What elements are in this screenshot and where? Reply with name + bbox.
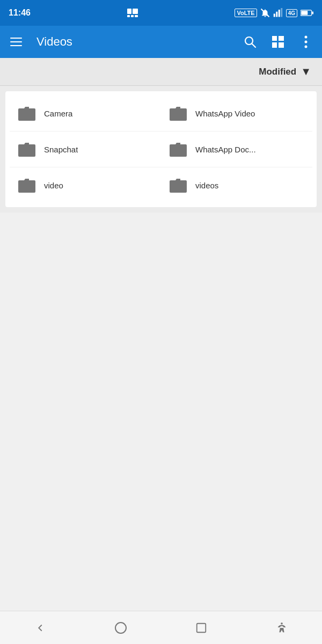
svg-rect-11 — [301, 11, 308, 15]
folder-name: videos — [195, 181, 218, 190]
folder-item-snapchat[interactable]: Snapchat — [10, 131, 161, 167]
page-title: Videos — [36, 35, 234, 49]
folder-name: WhatsApp Doc... — [195, 145, 256, 154]
svg-point-21 — [305, 46, 308, 48]
status-time: 11:46 — [9, 8, 31, 18]
volte-indicator: VoLTE — [235, 9, 257, 17]
home-button[interactable] — [107, 614, 134, 641]
folder-item-whatsapp-video[interactable]: WhatsApp Video — [161, 96, 312, 131]
folder-name: Camera — [44, 109, 72, 118]
toolbar: Videos — [0, 26, 322, 58]
accessibility-button[interactable] — [268, 614, 295, 641]
sort-label: Modified — [259, 67, 296, 77]
svg-point-24 — [281, 622, 283, 624]
folder-item-videos[interactable]: videos — [161, 167, 312, 203]
svg-rect-17 — [272, 42, 277, 48]
grid-view-icon — [272, 36, 284, 48]
status-icons: VoLTE 4G — [235, 8, 313, 18]
folder-icon — [17, 141, 36, 157]
status-bar: 11:46 VoLTE 4G — [0, 0, 322, 26]
folder-item-video[interactable]: video — [10, 167, 161, 203]
folder-name: Snapchat — [44, 145, 78, 154]
notification-mute-icon — [260, 8, 270, 18]
svg-rect-9 — [281, 8, 282, 17]
folder-grid: Camera WhatsApp Video Snapchat — [5, 91, 317, 207]
hamburger-icon — [10, 38, 22, 46]
svg-point-20 — [305, 41, 308, 43]
folder-name: video — [44, 181, 63, 190]
bottom-nav — [0, 611, 322, 644]
more-options-icon — [304, 35, 308, 48]
svg-rect-1 — [133, 9, 138, 14]
svg-rect-18 — [279, 42, 284, 48]
recents-button[interactable] — [188, 614, 215, 641]
home-icon — [114, 621, 127, 634]
accessibility-icon — [276, 622, 288, 634]
svg-rect-0 — [127, 9, 131, 14]
grid-view-button[interactable] — [266, 30, 290, 54]
svg-rect-12 — [312, 11, 313, 14]
svg-rect-8 — [278, 10, 280, 17]
folder-icon — [17, 105, 36, 121]
more-options-button[interactable] — [294, 30, 318, 54]
back-icon — [34, 622, 46, 634]
folder-icon — [17, 177, 36, 193]
folder-icon — [169, 177, 188, 193]
folder-icon — [169, 105, 188, 121]
svg-line-14 — [252, 44, 256, 48]
svg-rect-7 — [276, 12, 277, 17]
recents-icon — [195, 622, 207, 634]
back-button[interactable] — [27, 614, 54, 641]
sort-chevron-icon: ▼ — [301, 65, 311, 78]
svg-rect-15 — [272, 36, 277, 41]
svg-point-22 — [115, 623, 126, 633]
folder-icon — [169, 141, 188, 157]
signal-icon — [273, 8, 283, 18]
svg-rect-4 — [135, 15, 138, 17]
search-button[interactable] — [238, 30, 262, 54]
svg-point-19 — [305, 36, 308, 39]
menu-button[interactable] — [4, 30, 28, 54]
4g-indicator: 4G — [286, 9, 297, 17]
folder-name: WhatsApp Video — [195, 109, 255, 118]
svg-rect-16 — [279, 36, 284, 41]
svg-rect-23 — [197, 623, 206, 632]
battery-icon — [301, 9, 313, 17]
sort-bar[interactable]: Modified ▼ — [0, 58, 322, 86]
gallery-icon — [124, 8, 141, 18]
svg-rect-3 — [131, 15, 134, 17]
main-content: Camera WhatsApp Video Snapchat — [0, 86, 322, 213]
folder-item-whatsapp-doc[interactable]: WhatsApp Doc... — [161, 131, 312, 167]
folder-item-camera[interactable]: Camera — [10, 96, 161, 131]
svg-rect-2 — [127, 15, 130, 17]
svg-rect-6 — [273, 14, 275, 17]
search-icon — [244, 35, 257, 48]
